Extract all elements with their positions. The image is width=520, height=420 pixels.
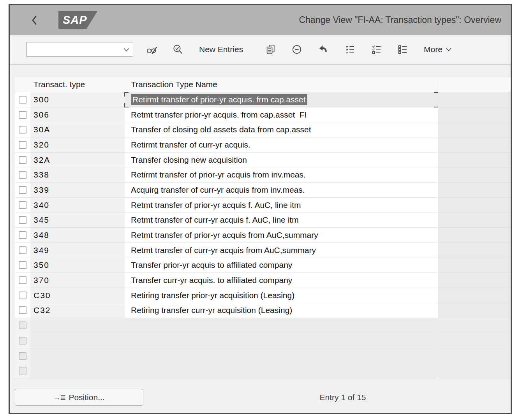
- row-name-cell[interactable]: Retirmt transfer of curr-yr acquis.: [125, 137, 438, 153]
- row-checkbox[interactable]: [19, 126, 26, 134]
- row-name-text: Retirmt transfer of prior-yr acquis. frm…: [131, 94, 307, 105]
- row-code-cell[interactable]: C32: [30, 303, 125, 318]
- deselect-all-button[interactable]: [394, 40, 412, 58]
- row-checkbox[interactable]: [19, 276, 26, 284]
- row-name-cell[interactable]: Retmt transfer of curr-yr acquis f. AuC,…: [125, 213, 438, 228]
- display-change-button[interactable]: [143, 40, 161, 58]
- row-code-text: C30: [33, 291, 51, 300]
- magnifier-check-icon: [173, 44, 183, 55]
- row-select-cell: [15, 213, 30, 228]
- row-code-cell[interactable]: 350: [30, 258, 125, 273]
- row-checkbox[interactable]: [19, 306, 26, 314]
- content-area: Transact. type Transaction Type Name 300…: [10, 65, 511, 413]
- row-name-text: Transfer prior-yr acquis to affiliated c…: [131, 260, 292, 270]
- row-code-text: 306: [33, 110, 49, 119]
- table-row: [15, 348, 511, 364]
- row-checkbox[interactable]: [19, 231, 26, 239]
- row-checkbox: [19, 352, 26, 360]
- row-checkbox[interactable]: [19, 96, 26, 104]
- row-name-cell[interactable]: Transfer closing new acquisition: [125, 153, 438, 168]
- row-checkbox[interactable]: [19, 141, 26, 149]
- row-code-cell[interactable]: 349: [30, 243, 125, 258]
- row-checkbox[interactable]: [19, 246, 26, 254]
- row-code-cell[interactable]: [30, 363, 125, 378]
- row-code-cell[interactable]: [30, 318, 125, 333]
- more-button[interactable]: More: [424, 40, 452, 58]
- column-header-transact-type: Transact. type: [30, 77, 125, 92]
- row-code-cell[interactable]: 300: [30, 92, 125, 107]
- row-name-cell[interactable]: Transfer of closing old assets data from…: [125, 122, 438, 137]
- row-filler-cell: [438, 273, 511, 288]
- row-code-cell[interactable]: 30A: [30, 122, 125, 137]
- row-code-cell[interactable]: [30, 348, 125, 364]
- select-all-button[interactable]: [341, 40, 359, 58]
- table-row: C30 Retiring transfer prior-yr acquisiti…: [15, 288, 511, 303]
- undo-button[interactable]: [314, 40, 332, 58]
- row-code-text: 338: [33, 170, 49, 179]
- row-code-cell[interactable]: 338: [30, 167, 125, 183]
- row-filler-cell: [438, 153, 511, 168]
- row-checkbox[interactable]: [19, 292, 26, 299]
- row-name-cell[interactable]: Retirmt transfer of prior-yr acquis. frm…: [125, 92, 438, 107]
- row-code-text: 340: [33, 200, 49, 210]
- row-select-cell: [15, 258, 30, 273]
- row-name-cell[interactable]: [125, 333, 438, 348]
- row-name-cell[interactable]: [125, 348, 438, 364]
- row-code-cell[interactable]: 345: [30, 213, 125, 228]
- row-name-cell[interactable]: Acquirg transfer of curr-yr acquis from …: [125, 183, 438, 198]
- row-code-cell[interactable]: [30, 333, 125, 348]
- row-name-cell[interactable]: [125, 318, 438, 333]
- row-filler-cell: [438, 198, 511, 213]
- more-label: More: [424, 45, 442, 54]
- row-checkbox[interactable]: [19, 201, 26, 209]
- row-checkbox[interactable]: [19, 216, 26, 224]
- row-code-cell[interactable]: 370: [30, 273, 125, 288]
- row-name-cell[interactable]: Retmt transfer prior-yr acquis. from cap…: [125, 107, 438, 123]
- row-name-cell[interactable]: Retiring transfer curr-yr acquisition (L…: [125, 303, 438, 318]
- row-code-text: 370: [33, 276, 49, 285]
- row-checkbox[interactable]: [19, 156, 26, 164]
- position-button-label: Position...: [69, 393, 104, 402]
- row-name-text: Retmt transfer of curr-yr acquis from Au…: [131, 246, 316, 255]
- row-name-cell[interactable]: Retmt transfer of prior-yr acquis from A…: [125, 228, 438, 243]
- row-name-cell[interactable]: Retirmt transfer of prior-yr acquis from…: [125, 167, 438, 183]
- row-code-cell[interactable]: 306: [30, 107, 125, 123]
- row-code-cell[interactable]: 32A: [30, 153, 125, 168]
- delete-button[interactable]: [288, 40, 306, 58]
- table-row: 370 Transfer curr-yr acquis. to affiliat…: [15, 273, 511, 288]
- transaction-code-combobox[interactable]: [26, 42, 133, 57]
- row-select-cell: [15, 243, 30, 258]
- row-checkbox[interactable]: [19, 261, 26, 269]
- row-code-cell[interactable]: 339: [30, 183, 125, 198]
- row-code-text: 320: [33, 140, 49, 149]
- row-name-cell[interactable]: Retiring transfer prior-yr acquisition (…: [125, 288, 438, 303]
- back-button[interactable]: [30, 12, 46, 28]
- row-name-cell[interactable]: Retmt transfer of prior-yr acquis f. AuC…: [125, 198, 438, 213]
- page-title: Change View "FI-AA: Transaction types": …: [299, 5, 501, 35]
- column-header-label: Transaction Type Name: [131, 80, 217, 89]
- details-button[interactable]: [169, 40, 187, 58]
- row-filler-cell: [438, 137, 511, 153]
- row-code-cell[interactable]: C30: [30, 288, 125, 303]
- row-filler-cell: [438, 303, 511, 318]
- row-checkbox[interactable]: [19, 171, 26, 179]
- table-row: 306 Retmt transfer prior-yr acquis. from…: [15, 107, 511, 123]
- row-code-cell[interactable]: 340: [30, 198, 125, 213]
- row-name-cell[interactable]: Transfer prior-yr acquis to affiliated c…: [125, 258, 438, 273]
- row-checkbox[interactable]: [19, 186, 26, 194]
- row-select-cell: [15, 153, 30, 168]
- copy-as-button[interactable]: [262, 40, 280, 58]
- row-name-cell[interactable]: Transfer curr-yr acquis. to affiliated c…: [125, 273, 438, 288]
- row-name-text: Retmt transfer of prior-yr acquis from A…: [131, 230, 318, 240]
- row-code-cell[interactable]: 320: [30, 137, 125, 153]
- minus-circle-icon: [291, 44, 302, 55]
- position-button[interactable]: →≣ Position...: [15, 389, 143, 406]
- select-block-button[interactable]: [368, 40, 386, 58]
- row-code-cell[interactable]: 348: [30, 228, 125, 243]
- row-name-cell[interactable]: [125, 363, 438, 378]
- row-name-cell[interactable]: Retmt transfer of curr-yr acquis from Au…: [125, 243, 438, 258]
- row-checkbox[interactable]: [19, 111, 26, 119]
- new-entries-button[interactable]: New Entries: [199, 40, 243, 58]
- row-code-text: 30A: [33, 125, 50, 134]
- row-select-cell: [15, 137, 30, 153]
